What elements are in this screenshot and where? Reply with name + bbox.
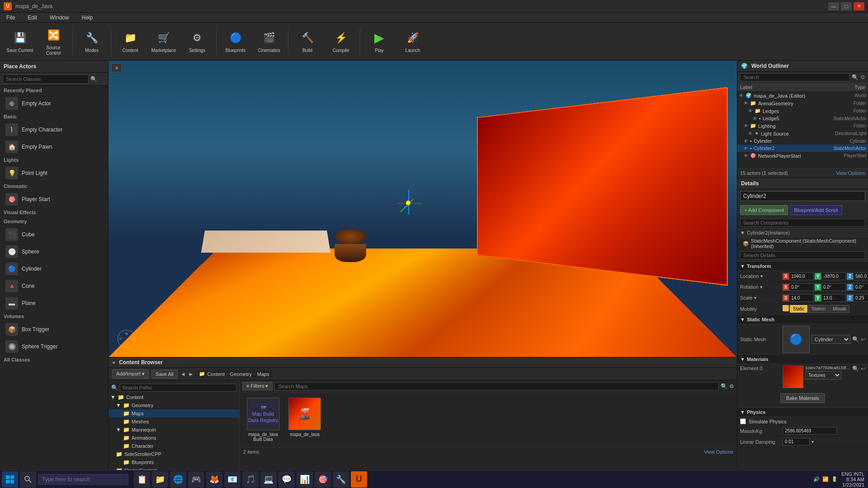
- asset-data-registry[interactable]: 🗺 Map Build Data Registry mapa_de_lava B…: [243, 396, 283, 444]
- find-material-icon[interactable]: 🔍: [852, 366, 859, 372]
- path-geometry[interactable]: Geometry: [230, 371, 252, 377]
- actor-empty-pawn[interactable]: 🏠 Empty Pawn: [0, 138, 108, 155]
- menu-file[interactable]: File: [4, 14, 18, 22]
- category-recently-placed[interactable]: Recently Placed: [0, 86, 108, 95]
- station-mobility-button[interactable]: Station: [808, 305, 829, 313]
- actor-cube[interactable]: ⬛ Cube: [0, 226, 108, 243]
- compile-button[interactable]: ⚡ Compile: [325, 24, 357, 59]
- category-lights[interactable]: Lights: [0, 155, 108, 164]
- maximize-button[interactable]: □: [841, 2, 852, 10]
- ue4-btn[interactable]: U: [351, 471, 367, 488]
- static-mobility-button[interactable]: Static: [790, 305, 807, 313]
- scale-y-input[interactable]: 13.0: [821, 294, 846, 302]
- app6-btn[interactable]: 📊: [297, 471, 313, 488]
- location-x-input[interactable]: 1040.0: [789, 272, 814, 280]
- tree-animations[interactable]: 📁 Animations: [108, 434, 239, 442]
- vis-icon-lighting[interactable]: 👁: [744, 123, 748, 128]
- wo-search-input[interactable]: [740, 73, 850, 81]
- start-button[interactable]: [2, 471, 18, 488]
- actor-cone[interactable]: 🔺 Cone: [0, 277, 108, 295]
- settings-button[interactable]: ⚙ Settings: [181, 24, 213, 59]
- search-classes-input[interactable]: [3, 75, 89, 84]
- actor-plane[interactable]: ▬ Plane: [0, 295, 108, 312]
- asset-mapa-de-lava[interactable]: 🌋 mapa_de_lava: [287, 396, 323, 444]
- add-component-button[interactable]: + Add Component: [740, 205, 788, 215]
- chrome-btn[interactable]: 🌐: [170, 471, 186, 488]
- discord-btn[interactable]: 💬: [278, 471, 295, 488]
- path-maps[interactable]: Maps: [257, 371, 269, 377]
- music-btn[interactable]: 🎵: [242, 471, 259, 488]
- dp-materials-header[interactable]: ▼ Materials: [737, 354, 868, 364]
- add-import-button[interactable]: Add/Import ▾: [112, 369, 149, 379]
- blueprints-button[interactable]: 🔵 Blueprints: [219, 24, 252, 59]
- vis-icon-ledge5[interactable]: 👁: [753, 116, 757, 121]
- search-submit-icon[interactable]: 🔍: [721, 383, 727, 389]
- rotation-x-input[interactable]: 0.0°: [789, 283, 814, 291]
- launch-button[interactable]: 🚀 Launch: [396, 24, 429, 59]
- search-details-input[interactable]: [740, 251, 865, 259]
- taskbar-search-input[interactable]: [38, 474, 128, 485]
- vis-icon-nps[interactable]: 👁: [744, 153, 748, 158]
- nav-back-icon[interactable]: ◄: [180, 371, 186, 377]
- wo-cylinder2[interactable]: 👁 ▪ Cylinder2 StaticMeshActor: [737, 145, 868, 152]
- save-current-button[interactable]: 💾 Save Current: [4, 24, 36, 59]
- dp-component-inherited[interactable]: 📦 StaticMeshComponent (StaticMeshCompone…: [737, 237, 868, 250]
- actor-empty-actor[interactable]: ⊕ Empty Actor: [0, 95, 108, 112]
- app7-btn[interactable]: 🎯: [315, 471, 331, 488]
- taskbar-search-btn[interactable]: [20, 471, 36, 488]
- wo-network-player-start[interactable]: 👁 🎯 NetworkPlayerStart PlayerStart: [737, 152, 868, 160]
- actor-box-trigger[interactable]: 📦 Box Trigger: [0, 321, 108, 338]
- bake-materials-button[interactable]: Bake Materials: [780, 393, 825, 403]
- menu-window[interactable]: Window: [47, 14, 72, 22]
- source-control-button[interactable]: 🔀 Source Control: [37, 24, 70, 59]
- play-button[interactable]: ▶ Play: [363, 24, 396, 59]
- path-content[interactable]: Content: [207, 371, 225, 377]
- marketplace-button[interactable]: 🛒 Marketplace: [147, 24, 180, 59]
- view-options-cb[interactable]: View Options: [704, 449, 733, 455]
- search-components-input[interactable]: [740, 219, 865, 227]
- actor-point-light[interactable]: 💡 Point Light: [0, 164, 108, 182]
- search-maps-input[interactable]: [274, 382, 719, 390]
- dp-physics-header[interactable]: ▼ Physics: [737, 407, 868, 417]
- browse-sm-icon[interactable]: ↩: [861, 336, 865, 343]
- filters-button[interactable]: ≡ Filters ▾: [242, 382, 273, 390]
- task-manager-btn[interactable]: 📋: [134, 471, 150, 488]
- movable-mobility-button[interactable]: Movab: [830, 305, 849, 313]
- category-basic[interactable]: Basic: [0, 112, 108, 121]
- settings-icon-wo[interactable]: ⚙: [860, 74, 865, 80]
- cinematics-button[interactable]: 🎬 Cinematics: [253, 24, 285, 59]
- simulate-physics-checkbox[interactable]: [740, 418, 746, 424]
- linear-damping-input[interactable]: 0.01: [783, 438, 810, 446]
- tree-blueprints[interactable]: 📁 Blueprints: [108, 458, 239, 466]
- dp-static-mesh-header[interactable]: ▼ Static Mesh: [737, 314, 868, 324]
- scale-x-input[interactable]: 14.0: [789, 294, 814, 302]
- dp-name-input[interactable]: Cylinder2: [740, 191, 865, 201]
- wo-map-editor[interactable]: 👁 🌍 mapa_de_Java (Editor) World: [737, 92, 868, 99]
- find-sm-icon[interactable]: 🔍: [852, 336, 859, 343]
- close-button[interactable]: ✕: [854, 2, 864, 10]
- tree-maps[interactable]: 📁 Maps: [108, 409, 239, 418]
- actor-player-start[interactable]: 🎯 Player Start: [0, 191, 108, 208]
- rotation-y-input[interactable]: 0.0°: [821, 283, 846, 291]
- wo-ledges[interactable]: 👁 📁 Ledges Folder: [737, 107, 868, 115]
- actor-cylinder[interactable]: 🔵 Cylinder: [0, 260, 108, 277]
- rotation-z-input[interactable]: 0.0°: [853, 283, 868, 291]
- minimize-button[interactable]: —: [828, 2, 839, 10]
- scale-z-input[interactable]: 0.25: [853, 294, 868, 302]
- wo-light-source[interactable]: 👁 ☀ Light Source DirectionalLight: [737, 130, 868, 137]
- tree-starter-content[interactable]: 📁 StarterContent: [108, 466, 239, 470]
- wo-cylinder[interactable]: 👁 ▪ Cylinder Cylinder: [737, 137, 868, 145]
- vis-icon-world[interactable]: 👁: [739, 93, 744, 98]
- content-button[interactable]: 📁 Content: [114, 24, 146, 59]
- build-button[interactable]: 🔨 Build: [291, 24, 324, 59]
- tree-mannequin[interactable]: ▼ 📁 Mannequin: [108, 426, 239, 434]
- massinkg-input[interactable]: 2586.605469: [783, 427, 837, 435]
- modes-button[interactable]: 🔧 Modes: [75, 24, 108, 59]
- tree-geometry[interactable]: ▼ 📁 Geometry: [108, 401, 239, 409]
- terminal-btn[interactable]: 💻: [260, 471, 277, 488]
- location-z-input[interactable]: 560.0: [853, 272, 868, 280]
- browse-material-icon[interactable]: ↩: [861, 366, 865, 372]
- actor-sphere[interactable]: ⚪ Sphere: [0, 243, 108, 260]
- blueprint-add-script-button[interactable]: Blueprint/Add Script: [790, 205, 842, 215]
- vis-icon-light-source[interactable]: 👁: [748, 131, 753, 136]
